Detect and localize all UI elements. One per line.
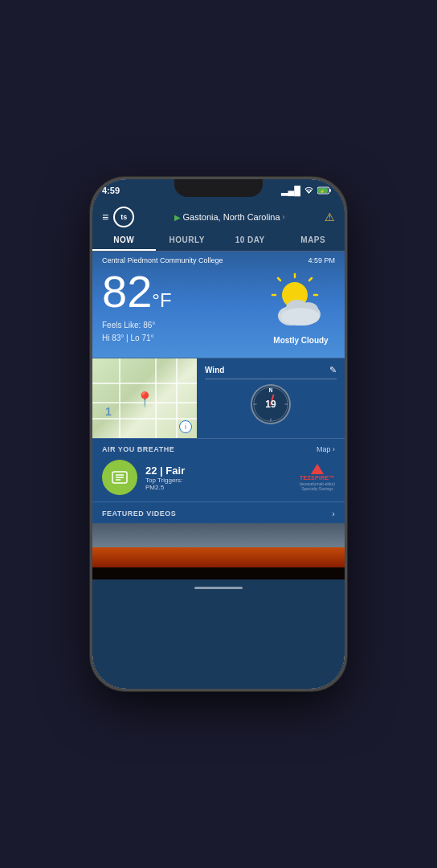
wind-edit-icon[interactable]: ✎	[329, 365, 337, 375]
air-map-link[interactable]: Map ›	[317, 445, 335, 453]
svg-point-14	[281, 308, 320, 326]
wind-speed: 19	[265, 399, 276, 410]
air-quality-content: 22 | Fair Top Triggers: PM2.5 TEZSPIRE™ …	[102, 460, 335, 495]
svg-line-8	[278, 278, 280, 280]
featured-videos-section: FEATURED VIDEOS ›	[92, 502, 345, 579]
temperature-value: 82	[102, 266, 152, 317]
temperature-display: 82°F	[102, 269, 172, 314]
weather-icon-area: Mostly Cloudy	[267, 269, 335, 345]
wind-divider	[205, 379, 337, 379]
svg-rect-1	[329, 190, 331, 192]
hi-lo: Hi 83° | Lo 71°	[102, 332, 172, 345]
tezspire-triangle-icon	[311, 464, 324, 474]
wind-map-section: 1 📍 i Wind ✎ N	[92, 358, 345, 438]
air-quality-title: AIR YOU BREATHE	[102, 445, 174, 453]
map-pin-icon: 📍	[136, 391, 153, 408]
header-left: ≡ ts	[102, 207, 134, 227]
weather-condition-icon	[267, 272, 335, 333]
temp-details: Feels Like: 86° Hi 83° | Lo 71°	[102, 319, 172, 345]
temperature-unit: °F	[152, 289, 171, 311]
temp-section: 82°F Feels Like: 86° Hi 83° | Lo 71°	[102, 269, 335, 345]
featured-videos-arrow-icon: ›	[332, 509, 335, 518]
air-quality-info: 22 | Fair Top Triggers: PM2.5	[145, 465, 292, 491]
weather-time: 4:59 PM	[308, 256, 335, 264]
wifi-icon	[304, 186, 314, 194]
weather-location: Central Piedmont Community College	[102, 256, 223, 264]
home-indicator[interactable]	[92, 579, 345, 596]
air-quality-header: AIR YOU BREATHE Map ›	[102, 445, 335, 453]
tezspire-brand-name: TEZSPIRE™	[300, 475, 335, 481]
weather-condition-text: Mostly Cloudy	[273, 336, 328, 345]
tezspire-logo: TEZSPIRE™ (tezepelumab-ekko)Specialty Sa…	[300, 464, 335, 491]
tab-hourly[interactable]: HOURLY	[156, 231, 219, 251]
alert-icon[interactable]: ⚠	[325, 211, 335, 223]
tab-ten-day[interactable]: 10 DAY	[218, 231, 282, 251]
phone-screen: 4:59 ▂▄█ ⚡ ≡	[92, 179, 345, 689]
air-quality-value: 22 | Fair	[145, 465, 292, 477]
air-quality-icon	[102, 460, 137, 495]
tezspire-tagline: (tezepelumab-ekko)Specialty Savings	[300, 481, 335, 491]
tab-now[interactable]: NOW	[92, 231, 156, 251]
location-text: Gastonia, North Carolina	[183, 212, 280, 222]
air-quality-triggers: Top Triggers: PM2.5	[145, 477, 292, 491]
temp-left: 82°F Feels Like: 86° Hi 83° | Lo 71°	[102, 269, 172, 345]
status-time: 4:59	[102, 186, 120, 195]
map-background: 1 📍 i	[92, 358, 197, 438]
wind-header: Wind ✎	[205, 365, 337, 375]
wind-area: Wind ✎ N	[197, 358, 345, 438]
app-logo: ts	[113, 207, 134, 227]
svg-line-6	[309, 278, 312, 280]
app-header: ≡ ts ▶ Gastonia, North Carolina › ⚠	[92, 202, 345, 231]
location-pin-icon: ▶	[174, 213, 181, 222]
map-info-button[interactable]: i	[179, 420, 192, 433]
video-horizon	[92, 567, 345, 579]
compass: N 19	[251, 384, 291, 424]
air-quality-section: AIR YOU BREATHE Map ›	[92, 438, 345, 502]
notch	[174, 179, 263, 197]
location-chevron-icon: ›	[283, 213, 285, 221]
map-area[interactable]: 1 📍 i	[92, 358, 197, 438]
featured-videos-header[interactable]: FEATURED VIDEOS ›	[92, 502, 345, 523]
featured-videos-title: FEATURED VIDEOS	[102, 510, 176, 518]
location-button[interactable]: ▶ Gastonia, North Carolina ›	[174, 212, 285, 222]
wind-title: Wind	[205, 366, 224, 375]
menu-icon[interactable]: ≡	[102, 211, 108, 223]
battery-icon: ⚡	[317, 186, 332, 194]
location-bar: Central Piedmont Community College 4:59 …	[102, 256, 335, 264]
home-bar	[194, 587, 243, 589]
video-thumbnail[interactable]	[92, 523, 345, 579]
signal-icon: ▂▄█	[281, 186, 300, 196]
tab-maps[interactable]: MAPS	[282, 231, 345, 251]
svg-text:⚡: ⚡	[320, 189, 325, 194]
phone-frame: 4:59 ▂▄█ ⚡ ≡	[90, 177, 347, 691]
nav-tabs: NOW HOURLY 10 DAY MAPS	[92, 231, 345, 252]
status-icons: ▂▄█ ⚡	[281, 186, 332, 196]
weather-main: Central Piedmont Community College 4:59 …	[92, 252, 345, 358]
app-content: ≡ ts ▶ Gastonia, North Carolina › ⚠ NOW	[92, 202, 345, 689]
feels-like: Feels Like: 86°	[102, 319, 172, 332]
